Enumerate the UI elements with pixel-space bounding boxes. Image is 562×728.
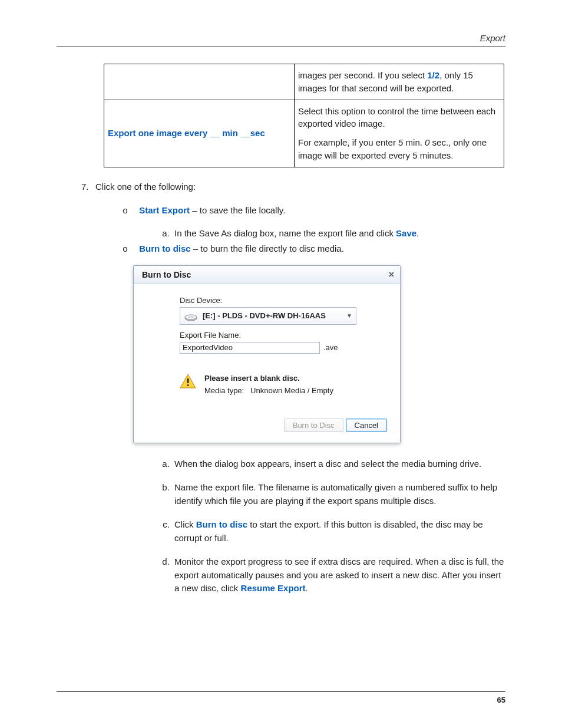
- option-burn-to-disc: Burn to disc – to burn the file directly…: [137, 242, 505, 257]
- burn-substeps: When the dialog box appears, insert a di…: [57, 457, 505, 595]
- row2-d2-pre: For example, if you enter: [298, 137, 398, 147]
- media-type-label: Media type:: [204, 386, 244, 395]
- disc-device-dropdown[interactable]: [E:] - PLDS - DVD+-RW DH-16AAS ▼: [180, 307, 356, 325]
- start-export-a: In the Save As dialog box, name the expo…: [172, 227, 505, 241]
- disc-drive-icon: [184, 310, 198, 322]
- file-extension: .ave: [323, 343, 338, 352]
- start-export-text: – to save the file locally.: [190, 205, 285, 215]
- burn-step-c: Click Burn to disc to start the export. …: [172, 518, 505, 545]
- burn-step-b: Name the export file. The filename is au…: [172, 481, 505, 508]
- row2-label: Export one image every __ min __sec: [104, 100, 295, 167]
- d-post: .: [306, 583, 308, 593]
- disc-device-label: Disc Device:: [180, 296, 389, 305]
- warning-message: Please insert a blank disc.: [204, 374, 333, 383]
- media-type-value: Unknown Media / Empty: [250, 386, 333, 395]
- start-export-label: Start Export: [139, 205, 190, 215]
- dialog-titlebar: Burn to Disc ×: [134, 266, 400, 284]
- row1-label: [104, 64, 295, 100]
- step-a-pre: In the Save As dialog box, name the expo…: [174, 228, 396, 238]
- page-number: 65: [497, 696, 505, 704]
- burn-to-disc-label: Burn to disc: [139, 243, 191, 253]
- export-file-value: ExportedVideo: [183, 343, 233, 352]
- svg-point-3: [190, 317, 192, 317]
- warning-row: Please insert a blank disc. Media type: …: [180, 374, 389, 395]
- row1-desc: images per second. If you select 1/2, on…: [295, 64, 504, 100]
- c-bold: Burn to disc: [196, 519, 248, 529]
- export-file-input[interactable]: ExportedVideo: [180, 342, 320, 354]
- disc-device-value: [E:] - PLDS - DVD+-RW DH-16AAS: [203, 311, 326, 320]
- step-7-options: Start Export – to save the file locally.: [57, 204, 505, 219]
- d-bold: Resume Export: [241, 583, 306, 593]
- export-file-label: Export File Name:: [180, 331, 389, 340]
- burn-to-disc-dialog: Burn to Disc × Disc Device: [E:] - PLDS …: [133, 265, 401, 443]
- row2-desc1: Select this option to control the time b…: [298, 105, 500, 131]
- burn-step-d: Monitor the export progress to see if ex…: [172, 555, 505, 595]
- step-7-options-2: Burn to disc – to burn the file directly…: [57, 242, 505, 257]
- step-number: 7.: [81, 180, 95, 194]
- row2-desc: Select this option to control the time b…: [295, 100, 504, 167]
- close-icon[interactable]: ×: [389, 269, 394, 280]
- header-title: Export: [480, 33, 505, 43]
- page-footer: 65: [57, 691, 505, 704]
- option-start-export: Start Export – to save the file locally.: [137, 204, 505, 219]
- chevron-down-icon: ▼: [346, 312, 352, 319]
- step-a-period: .: [416, 228, 419, 238]
- warning-icon: [180, 374, 196, 389]
- svg-point-6: [187, 384, 189, 386]
- svg-rect-5: [187, 378, 189, 383]
- media-type-row: Media type: Unknown Media / Empty: [204, 386, 333, 395]
- step-7: 7.Click one of the following:: [81, 180, 505, 194]
- burn-to-disc-button[interactable]: Burn to Disc: [284, 419, 343, 432]
- step-7-text: Click one of the following:: [95, 182, 196, 192]
- burn-to-disc-text: – to burn the file directly to disc medi…: [191, 243, 344, 253]
- c-pre: Click: [174, 519, 196, 529]
- row1-half-bold: 1/2: [427, 70, 439, 80]
- row1-desc-part1: images per second. If you select: [298, 70, 427, 80]
- d-pre: Monitor the export progress to see if ex…: [174, 556, 504, 593]
- dialog-title-text: Burn to Disc: [142, 270, 191, 279]
- start-export-substeps: In the Save As dialog box, name the expo…: [57, 227, 505, 241]
- burn-step-a: When the dialog box appears, insert a di…: [172, 457, 505, 471]
- options-table: images per second. If you select 1/2, on…: [104, 64, 504, 167]
- page-header: Export: [57, 33, 505, 47]
- save-word: Save: [396, 228, 416, 238]
- cancel-button[interactable]: Cancel: [346, 419, 387, 432]
- row2-desc2: For example, if you enter 5 min. 0 sec.,…: [298, 136, 500, 162]
- row2-d2-mid: min.: [403, 137, 425, 147]
